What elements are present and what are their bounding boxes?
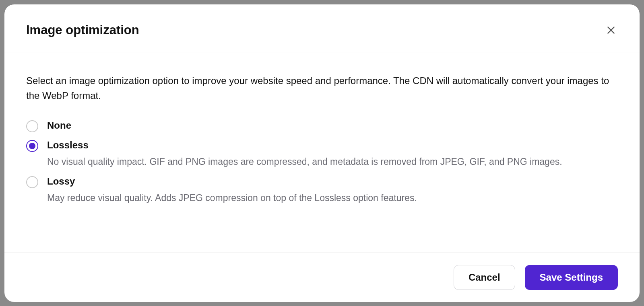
- radio-dot-icon: [29, 143, 35, 149]
- option-content: Lossy May reduce visual quality. Adds JP…: [47, 176, 618, 205]
- cancel-button[interactable]: Cancel: [454, 265, 515, 290]
- radio-lossy[interactable]: [26, 176, 38, 188]
- option-description: No visual quality impact. GIF and PNG im…: [47, 155, 603, 169]
- modal-title: Image optimization: [26, 23, 139, 37]
- modal-body: Select an image optimization option to i…: [4, 53, 640, 253]
- radio-none[interactable]: [26, 120, 38, 132]
- option-label: Lossy: [47, 176, 618, 187]
- option-lossy[interactable]: Lossy May reduce visual quality. Adds JP…: [26, 176, 618, 205]
- modal-header: Image optimization: [4, 4, 640, 53]
- option-content: Lossless No visual quality impact. GIF a…: [47, 140, 618, 169]
- radio-lossless[interactable]: [26, 140, 38, 152]
- option-label: None: [47, 120, 618, 131]
- option-lossless[interactable]: Lossless No visual quality impact. GIF a…: [26, 140, 618, 169]
- image-optimization-modal: Image optimization Select an image optim…: [4, 4, 640, 302]
- option-label: Lossless: [47, 140, 618, 151]
- option-none[interactable]: None: [26, 120, 618, 132]
- option-description: May reduce visual quality. Adds JPEG com…: [47, 191, 603, 205]
- option-content: None: [47, 120, 618, 131]
- close-button[interactable]: [604, 23, 618, 37]
- save-settings-button[interactable]: Save Settings: [525, 265, 618, 290]
- options-group: None Lossless No visual quality impact. …: [26, 120, 618, 205]
- modal-description: Select an image optimization option to i…: [26, 73, 614, 103]
- modal-footer: Cancel Save Settings: [4, 253, 640, 302]
- close-icon: [606, 25, 616, 35]
